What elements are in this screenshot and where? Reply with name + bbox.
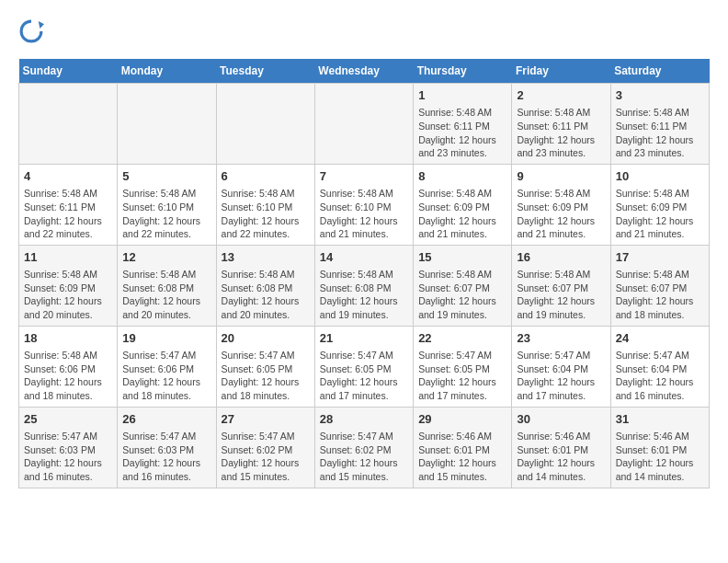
day-number: 1 bbox=[418, 87, 506, 104]
day-info: Sunrise: 5:47 AM Sunset: 6:06 PM Dayligh… bbox=[122, 349, 210, 403]
day-number: 21 bbox=[320, 330, 408, 347]
calendar-header-wednesday: Wednesday bbox=[314, 59, 413, 84]
day-number: 11 bbox=[24, 249, 112, 266]
day-number: 10 bbox=[616, 168, 704, 185]
calendar-cell: 5Sunrise: 5:48 AM Sunset: 6:10 PM Daylig… bbox=[118, 164, 216, 245]
day-number: 26 bbox=[122, 411, 210, 428]
day-info: Sunrise: 5:48 AM Sunset: 6:07 PM Dayligh… bbox=[418, 268, 506, 322]
calendar-cell: 7Sunrise: 5:48 AM Sunset: 6:10 PM Daylig… bbox=[314, 164, 413, 245]
calendar-cell bbox=[19, 84, 118, 165]
day-number: 3 bbox=[616, 87, 704, 104]
day-number: 20 bbox=[222, 330, 310, 347]
day-info: Sunrise: 5:48 AM Sunset: 6:11 PM Dayligh… bbox=[616, 106, 704, 160]
day-number: 5 bbox=[122, 168, 210, 185]
day-info: Sunrise: 5:48 AM Sunset: 6:11 PM Dayligh… bbox=[418, 106, 506, 160]
calendar-cell: 17Sunrise: 5:48 AM Sunset: 6:07 PM Dayli… bbox=[610, 245, 709, 326]
day-number: 14 bbox=[320, 249, 408, 266]
day-number: 16 bbox=[517, 249, 605, 266]
day-number: 19 bbox=[122, 330, 210, 347]
logo-icon bbox=[18, 18, 44, 44]
day-info: Sunrise: 5:46 AM Sunset: 6:01 PM Dayligh… bbox=[616, 430, 704, 484]
calendar-week-row: 18Sunrise: 5:48 AM Sunset: 6:06 PM Dayli… bbox=[19, 326, 710, 407]
calendar-cell: 9Sunrise: 5:48 AM Sunset: 6:09 PM Daylig… bbox=[512, 164, 610, 245]
day-number: 6 bbox=[222, 168, 310, 185]
calendar-cell: 1Sunrise: 5:48 AM Sunset: 6:11 PM Daylig… bbox=[414, 84, 512, 165]
day-info: Sunrise: 5:48 AM Sunset: 6:10 PM Dayligh… bbox=[122, 187, 210, 241]
day-number: 31 bbox=[616, 411, 704, 428]
calendar-cell: 29Sunrise: 5:46 AM Sunset: 6:01 PM Dayli… bbox=[414, 407, 512, 488]
calendar-week-row: 11Sunrise: 5:48 AM Sunset: 6:09 PM Dayli… bbox=[19, 245, 710, 326]
day-info: Sunrise: 5:48 AM Sunset: 6:07 PM Dayligh… bbox=[616, 268, 704, 322]
day-number: 25 bbox=[24, 411, 112, 428]
day-info: Sunrise: 5:48 AM Sunset: 6:09 PM Dayligh… bbox=[418, 187, 506, 241]
day-info: Sunrise: 5:48 AM Sunset: 6:07 PM Dayligh… bbox=[517, 268, 605, 322]
day-info: Sunrise: 5:46 AM Sunset: 6:01 PM Dayligh… bbox=[418, 430, 506, 484]
day-number: 8 bbox=[418, 168, 506, 185]
day-info: Sunrise: 5:47 AM Sunset: 6:02 PM Dayligh… bbox=[320, 430, 408, 484]
calendar-cell: 31Sunrise: 5:46 AM Sunset: 6:01 PM Dayli… bbox=[610, 407, 709, 488]
logo bbox=[18, 18, 48, 44]
calendar-header-row: SundayMondayTuesdayWednesdayThursdayFrid… bbox=[19, 59, 710, 84]
day-info: Sunrise: 5:48 AM Sunset: 6:09 PM Dayligh… bbox=[517, 187, 605, 241]
day-info: Sunrise: 5:47 AM Sunset: 6:02 PM Dayligh… bbox=[222, 430, 310, 484]
calendar-header-saturday: Saturday bbox=[610, 59, 709, 84]
calendar-cell: 8Sunrise: 5:48 AM Sunset: 6:09 PM Daylig… bbox=[414, 164, 512, 245]
day-number: 29 bbox=[418, 411, 506, 428]
day-info: Sunrise: 5:48 AM Sunset: 6:06 PM Dayligh… bbox=[24, 349, 112, 403]
calendar-cell: 28Sunrise: 5:47 AM Sunset: 6:02 PM Dayli… bbox=[314, 407, 413, 488]
calendar-table: SundayMondayTuesdayWednesdayThursdayFrid… bbox=[18, 59, 710, 488]
calendar-cell bbox=[118, 84, 216, 165]
calendar-cell: 12Sunrise: 5:48 AM Sunset: 6:08 PM Dayli… bbox=[118, 245, 216, 326]
calendar-cell: 3Sunrise: 5:48 AM Sunset: 6:11 PM Daylig… bbox=[610, 84, 709, 165]
calendar-cell: 10Sunrise: 5:48 AM Sunset: 6:09 PM Dayli… bbox=[610, 164, 709, 245]
calendar-cell: 16Sunrise: 5:48 AM Sunset: 6:07 PM Dayli… bbox=[512, 245, 610, 326]
calendar-cell: 23Sunrise: 5:47 AM Sunset: 6:04 PM Dayli… bbox=[512, 326, 610, 407]
calendar-cell: 25Sunrise: 5:47 AM Sunset: 6:03 PM Dayli… bbox=[19, 407, 118, 488]
calendar-cell: 26Sunrise: 5:47 AM Sunset: 6:03 PM Dayli… bbox=[118, 407, 216, 488]
calendar-cell: 20Sunrise: 5:47 AM Sunset: 6:05 PM Dayli… bbox=[216, 326, 314, 407]
page-header bbox=[18, 18, 710, 44]
day-info: Sunrise: 5:48 AM Sunset: 6:11 PM Dayligh… bbox=[24, 187, 112, 241]
day-number: 30 bbox=[517, 411, 605, 428]
calendar-cell bbox=[314, 84, 413, 165]
day-number: 17 bbox=[616, 249, 704, 266]
calendar-header-friday: Friday bbox=[512, 59, 610, 84]
day-number: 15 bbox=[418, 249, 506, 266]
day-number: 7 bbox=[320, 168, 408, 185]
day-info: Sunrise: 5:47 AM Sunset: 6:05 PM Dayligh… bbox=[320, 349, 408, 403]
calendar-cell: 30Sunrise: 5:46 AM Sunset: 6:01 PM Dayli… bbox=[512, 407, 610, 488]
day-number: 9 bbox=[517, 168, 605, 185]
day-info: Sunrise: 5:48 AM Sunset: 6:10 PM Dayligh… bbox=[320, 187, 408, 241]
day-number: 13 bbox=[222, 249, 310, 266]
day-number: 2 bbox=[517, 87, 605, 104]
day-number: 4 bbox=[24, 168, 112, 185]
day-number: 28 bbox=[320, 411, 408, 428]
day-info: Sunrise: 5:48 AM Sunset: 6:10 PM Dayligh… bbox=[222, 187, 310, 241]
calendar-cell: 6Sunrise: 5:48 AM Sunset: 6:10 PM Daylig… bbox=[216, 164, 314, 245]
calendar-header-monday: Monday bbox=[118, 59, 216, 84]
day-number: 22 bbox=[418, 330, 506, 347]
day-info: Sunrise: 5:46 AM Sunset: 6:01 PM Dayligh… bbox=[517, 430, 605, 484]
day-info: Sunrise: 5:48 AM Sunset: 6:09 PM Dayligh… bbox=[616, 187, 704, 241]
calendar-cell: 2Sunrise: 5:48 AM Sunset: 6:11 PM Daylig… bbox=[512, 84, 610, 165]
day-info: Sunrise: 5:48 AM Sunset: 6:08 PM Dayligh… bbox=[222, 268, 310, 322]
calendar-header-tuesday: Tuesday bbox=[216, 59, 314, 84]
calendar-week-row: 1Sunrise: 5:48 AM Sunset: 6:11 PM Daylig… bbox=[19, 84, 710, 165]
calendar-cell: 19Sunrise: 5:47 AM Sunset: 6:06 PM Dayli… bbox=[118, 326, 216, 407]
calendar-cell: 14Sunrise: 5:48 AM Sunset: 6:08 PM Dayli… bbox=[314, 245, 413, 326]
day-info: Sunrise: 5:48 AM Sunset: 6:08 PM Dayligh… bbox=[320, 268, 408, 322]
day-info: Sunrise: 5:48 AM Sunset: 6:09 PM Dayligh… bbox=[24, 268, 112, 322]
day-info: Sunrise: 5:47 AM Sunset: 6:05 PM Dayligh… bbox=[222, 349, 310, 403]
calendar-cell: 18Sunrise: 5:48 AM Sunset: 6:06 PM Dayli… bbox=[19, 326, 118, 407]
calendar-cell: 27Sunrise: 5:47 AM Sunset: 6:02 PM Dayli… bbox=[216, 407, 314, 488]
day-number: 27 bbox=[222, 411, 310, 428]
day-info: Sunrise: 5:48 AM Sunset: 6:08 PM Dayligh… bbox=[122, 268, 210, 322]
day-number: 24 bbox=[616, 330, 704, 347]
day-info: Sunrise: 5:47 AM Sunset: 6:04 PM Dayligh… bbox=[616, 349, 704, 403]
calendar-cell: 24Sunrise: 5:47 AM Sunset: 6:04 PM Dayli… bbox=[610, 326, 709, 407]
calendar-week-row: 25Sunrise: 5:47 AM Sunset: 6:03 PM Dayli… bbox=[19, 407, 710, 488]
calendar-cell: 22Sunrise: 5:47 AM Sunset: 6:05 PM Dayli… bbox=[414, 326, 512, 407]
calendar-cell bbox=[216, 84, 314, 165]
day-number: 12 bbox=[122, 249, 210, 266]
day-info: Sunrise: 5:47 AM Sunset: 6:04 PM Dayligh… bbox=[517, 349, 605, 403]
